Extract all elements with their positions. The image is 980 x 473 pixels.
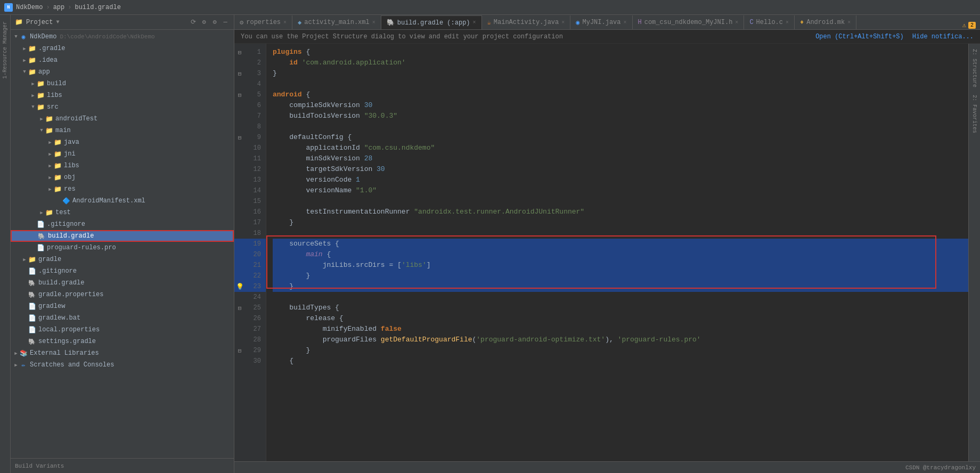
tab-close-myjni[interactable]: × xyxy=(624,20,627,26)
tab-close-mainactivity[interactable]: × xyxy=(561,20,565,26)
line-num-10: 10 xyxy=(245,144,264,152)
fold-icon-3[interactable]: ⊟ xyxy=(234,70,245,77)
gutter-row-24: 24 xyxy=(234,292,266,303)
tab-myjni[interactable]: ◉ MyJNI.java × xyxy=(570,15,632,29)
project-panel: 📁 Project ▼ ⟳ ⚙ ⚙ — ▼ ◉ NdkDemo D:\code\… xyxy=(11,15,234,473)
tab-hello-c[interactable]: C Hello.c × xyxy=(744,15,795,29)
gutter-row-26: 26 xyxy=(234,313,266,324)
settings-icon[interactable]: ⚙ xyxy=(200,18,208,27)
open-project-structure-link[interactable]: Open (Ctrl+Alt+Shift+S) xyxy=(815,33,904,40)
tab-close-com-csu[interactable]: × xyxy=(735,20,738,26)
tab-activity-main[interactable]: ◆ activity_main.xml × xyxy=(292,15,381,29)
code-line-28: proguardFiles getDefaultProguardFile('pr… xyxy=(273,335,968,345)
build-variants-tab[interactable]: Build Variants xyxy=(15,463,64,469)
gutter-row-8: 8 xyxy=(234,121,266,132)
bulb-icon-23[interactable]: 💡 xyxy=(234,283,245,291)
tree-item-res[interactable]: ▶ 📁 res xyxy=(11,183,234,195)
bottom-panel-tab[interactable]: Build Variants xyxy=(11,458,234,473)
tab-label-build-gradle: build.gradle (:app) xyxy=(397,19,470,27)
tab-close-activity[interactable]: × xyxy=(372,20,375,26)
gear-icon[interactable]: ⚙ xyxy=(210,18,219,27)
app-logo: N xyxy=(4,3,13,12)
tab-close-properties[interactable]: × xyxy=(283,20,287,26)
favorites-tab[interactable]: 2: Favorites xyxy=(970,92,979,136)
gutter-row-16: 16 xyxy=(234,207,266,217)
hide-notification-link[interactable]: Hide notifica... xyxy=(912,33,974,40)
tree-item-build-gradle-app[interactable]: ▶ 🐘 build.gradle xyxy=(11,230,234,242)
tree-item-jni[interactable]: ▶ 📁 jni xyxy=(11,148,234,160)
tree-item-androidmanifest[interactable]: ▶ 🔷 AndroidManifest.xml xyxy=(11,195,234,207)
tree-item-gitignore-app[interactable]: ▶ 📄 .gitignore xyxy=(11,218,234,230)
line-num-26: 26 xyxy=(245,315,264,322)
folder-icon: 📁 xyxy=(53,161,62,170)
gutter-row-23: 💡 23 xyxy=(234,281,266,292)
breadcrumb-app[interactable]: app xyxy=(53,4,65,11)
code-line-6: compileSdkVersion 30 xyxy=(273,100,968,111)
module-icon: ◉ xyxy=(19,32,28,41)
fold-icon-25[interactable]: ⊟ xyxy=(234,305,245,312)
code-content[interactable]: plugins { id 'com.android.application' }… xyxy=(266,44,968,461)
code-line-24 xyxy=(273,292,968,303)
tree-item-gradlew[interactable]: ▶ 📄 gradlew xyxy=(11,300,234,312)
tree-item-libs[interactable]: ▶ 📁 libs xyxy=(11,89,234,101)
file-icon: 📄 xyxy=(28,314,36,322)
tree-item-main[interactable]: ▼ 📁 main xyxy=(11,125,234,136)
breadcrumb-ndkdemo[interactable]: NdkDemo xyxy=(16,4,43,11)
tree-item-build-gradle-root[interactable]: ▶ 🐘 build.gradle xyxy=(11,277,234,289)
tree-item-app[interactable]: ▼ 📁 app xyxy=(11,66,234,78)
tab-mainactivity[interactable]: ☕ MainActivity.java × xyxy=(482,15,571,29)
tree-item-build[interactable]: ▶ 📁 build xyxy=(11,78,234,89)
tree-item-ext-libs[interactable]: ▶ 📚 External Libraries xyxy=(11,347,234,359)
fold-icon-9[interactable]: ⊟ xyxy=(234,134,245,141)
tab-label-com-csu: com_csu_ndkdemo_MyJNI.h xyxy=(644,19,733,26)
tree-item-local-props[interactable]: ▶ 📄 local.properties xyxy=(11,324,234,336)
tree-item-test[interactable]: ▶ 📁 test xyxy=(11,207,234,218)
tree-item-gradle[interactable]: ▶ 📁 .gradle xyxy=(11,43,234,54)
tree-item-gradle-root[interactable]: ▶ 📁 gradle xyxy=(11,254,234,265)
fold-icon-29[interactable]: ⊟ xyxy=(234,347,245,354)
tree-item-proguard[interactable]: ▶ 📄 proguard-rules.pro xyxy=(11,242,234,254)
warning-area: ⚠ 2 xyxy=(962,21,980,29)
tree-item-idea[interactable]: ▶ 📁 .idea xyxy=(11,54,234,66)
tree-item-gradle-props[interactable]: ▶ 🐘 gradle.properties xyxy=(11,289,234,300)
code-line-14: versionName "1.0" xyxy=(273,185,968,196)
line-num-1: 1 xyxy=(245,48,264,56)
warning-count: 2 xyxy=(968,22,976,29)
fold-icon-5[interactable]: ⊟ xyxy=(234,92,245,99)
tree-item-main-libs[interactable]: ▶ 📁 libs xyxy=(11,160,234,172)
tab-com-csu[interactable]: H com_csu_ndkdemo_MyJNI.h × xyxy=(633,15,745,29)
resource-manager-tab[interactable]: 1-Resource Manager xyxy=(1,17,10,83)
tab-close-gradle[interactable]: × xyxy=(473,20,476,26)
tree-item-androidtest[interactable]: ▶ 📁 androidTest xyxy=(11,113,234,125)
line-num-21: 21 xyxy=(245,262,264,269)
info-bar: You can use the Project Structure dialog… xyxy=(234,30,980,44)
code-line-5: android { xyxy=(273,89,968,100)
structure-tab[interactable]: Z: Structure xyxy=(970,46,979,91)
tab-properties[interactable]: ⚙ roperties × xyxy=(234,15,292,29)
tree-item-gitignore-root[interactable]: ▶ 📄 .gitignore xyxy=(11,265,234,277)
fold-icon-1[interactable]: ⊟ xyxy=(234,49,245,56)
tree-item-ndkdemo[interactable]: ▼ ◉ NdkDemo D:\code\AndroidCode\NdkDemo xyxy=(11,31,234,43)
gradle-file-icon: 🐘 xyxy=(28,337,36,346)
tree-item-settings-gradle[interactable]: ▶ 🐘 settings.gradle xyxy=(11,336,234,347)
tab-close-hello[interactable]: × xyxy=(786,20,789,26)
folder-icon: 📁 xyxy=(15,18,23,26)
gutter-row-4: 4 xyxy=(234,79,266,89)
file-icon: 📄 xyxy=(36,243,45,252)
breadcrumb-file[interactable]: build.gradle xyxy=(75,4,120,11)
line-num-24: 24 xyxy=(245,293,264,301)
tab-build-gradle[interactable]: 🐘 build.gradle (:app) × xyxy=(381,15,482,29)
close-panel-icon[interactable]: — xyxy=(221,18,230,27)
tab-close-mk[interactable]: × xyxy=(847,20,851,26)
gutter-row-20: 20 xyxy=(234,249,266,260)
code-line-19: sourceSets { xyxy=(273,239,968,249)
gutter-row-17: 17 xyxy=(234,217,266,228)
sync-icon[interactable]: ⟳ xyxy=(189,18,198,27)
code-line-17: } xyxy=(273,217,968,228)
tree-item-src[interactable]: ▼ 📁 src xyxy=(11,101,234,113)
tree-item-obj[interactable]: ▶ 📁 obj xyxy=(11,172,234,183)
tree-item-gradlew-bat[interactable]: ▶ 📄 gradlew.bat xyxy=(11,312,234,324)
tab-android-mk[interactable]: ♦ Android.mk × xyxy=(795,15,856,29)
tree-item-java[interactable]: ▶ 📁 java xyxy=(11,136,234,148)
tree-item-scratches[interactable]: ▶ ✏ Scratches and Consoles xyxy=(11,359,234,371)
